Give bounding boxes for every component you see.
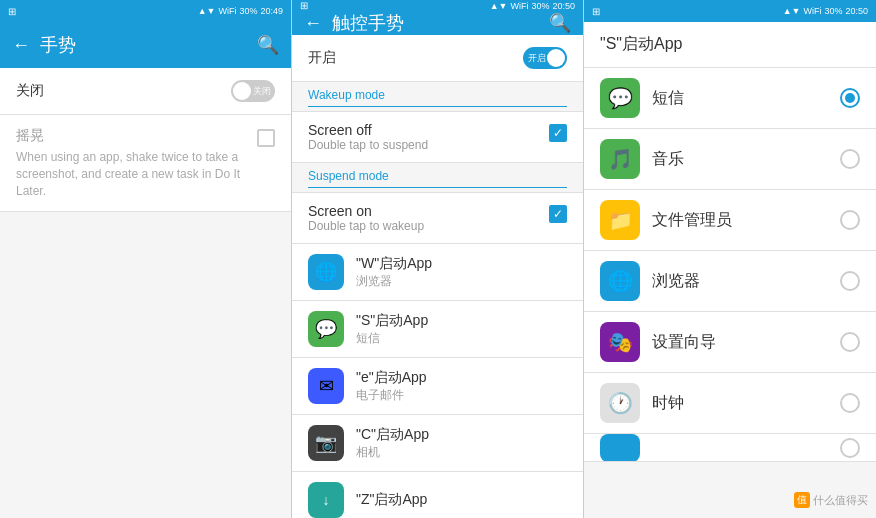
list-item-clock[interactable]: 🕐 时钟 (584, 373, 876, 434)
wifi-icon-2: WiFi (510, 1, 528, 11)
time-3: 20:50 (845, 6, 868, 16)
radio-files[interactable] (840, 210, 860, 230)
list-icon-settings-guide: 🎭 (600, 322, 640, 362)
panel-app-select: ⊞ ▲▼ WiFi 30% 20:50 "S"启动App 💬 短信 🎵 音乐 📁… (584, 0, 876, 518)
screen-on-item[interactable]: Screen on Double tap to wakeup (292, 193, 583, 244)
screen-off-title: Screen off (308, 122, 428, 138)
app-sub-c: 相机 (356, 444, 567, 461)
radio-clock[interactable] (840, 393, 860, 413)
toggle-row-2: 开启 开启 (292, 35, 583, 82)
time-2: 20:50 (552, 1, 575, 11)
toggle-on-2[interactable]: 开启 (523, 47, 567, 69)
wifi-icon-3: WiFi (803, 6, 821, 16)
list-label-settings-guide: 设置向导 (652, 332, 828, 353)
app-sub-e: 电子邮件 (356, 387, 567, 404)
list-label-files: 文件管理员 (652, 210, 828, 231)
list-label-sms: 短信 (652, 88, 828, 109)
toggle-knob-1 (233, 82, 251, 100)
battery-1: 30% (239, 6, 257, 16)
status-right-3: ▲▼ WiFi 30% 20:50 (783, 6, 868, 16)
signal-icon-1: ▲▼ (198, 6, 216, 16)
toggle-label-1: 关闭 (16, 82, 44, 100)
radio-sms[interactable] (840, 88, 860, 108)
home-icon-2: ⊞ (300, 0, 308, 11)
status-left-2: ⊞ (300, 0, 308, 11)
radio-browser[interactable] (840, 271, 860, 291)
app-icon-email: ✉ (308, 368, 344, 404)
shake-section: 摇晃 When using an app, shake twice to tak… (0, 115, 291, 212)
app-title-e: "e"启动App (356, 369, 567, 387)
app-item-e[interactable]: ✉ "e"启动App 电子邮件 (292, 358, 583, 415)
battery-2: 30% (531, 1, 549, 11)
dialog-header: "S"启动App (584, 22, 876, 68)
radio-more[interactable] (840, 438, 860, 458)
app-title-z: "Z"启动App (356, 491, 567, 509)
list-icon-sms: 💬 (600, 78, 640, 118)
toggle-label-2: 开启 (308, 49, 336, 67)
shake-text: 摇晃 When using an app, shake twice to tak… (16, 127, 249, 199)
app-item-z[interactable]: ↓ "Z"启动App (292, 472, 583, 518)
toggle-off-text: 关闭 (253, 85, 271, 98)
shake-title: 摇晃 (16, 127, 249, 145)
time-1: 20:49 (260, 6, 283, 16)
list-label-music: 音乐 (652, 149, 828, 170)
back-button-2[interactable]: ← (304, 13, 322, 34)
app-item-w[interactable]: 🌐 "W"启动App 浏览器 (292, 244, 583, 301)
screen-off-item[interactable]: Screen off Double tap to suspend (292, 112, 583, 163)
status-bar-1: ⊞ ▲▼ WiFi 30% 20:49 (0, 0, 291, 22)
header-bar-2: ← 触控手势 🔍 (292, 11, 583, 35)
app-title-c: "C"启动App (356, 426, 567, 444)
search-icon-2[interactable]: 🔍 (549, 12, 571, 34)
status-bar-3: ⊞ ▲▼ WiFi 30% 20:50 (584, 0, 876, 22)
watermark: 值 什么值得买 (794, 492, 868, 508)
status-left-1: ⊞ (8, 6, 16, 17)
toggle-knob-2 (547, 49, 565, 67)
list-item-settings-guide[interactable]: 🎭 设置向导 (584, 312, 876, 373)
radio-music[interactable] (840, 149, 860, 169)
battery-3: 30% (824, 6, 842, 16)
wakeup-mode-label: Wakeup mode (292, 82, 583, 112)
list-item-sms[interactable]: 💬 短信 (584, 68, 876, 129)
home-icon-1: ⊞ (8, 6, 16, 17)
status-right-2: ▲▼ WiFi 30% 20:50 (490, 1, 575, 11)
app-item-c[interactable]: 📷 "C"启动App 相机 (292, 415, 583, 472)
list-icon-more (600, 434, 640, 462)
shake-checkbox[interactable] (257, 129, 275, 147)
home-icon-3: ⊞ (592, 6, 600, 17)
screen-on-title: Screen on (308, 203, 424, 219)
list-icon-browser: 🌐 (600, 261, 640, 301)
toggle-off-1[interactable]: 关闭 (231, 80, 275, 102)
status-left-3: ⊞ (592, 6, 600, 17)
shake-desc: When using an app, shake twice to take a… (16, 149, 249, 199)
app-icon-z: ↓ (308, 482, 344, 518)
status-right-1: ▲▼ WiFi 30% 20:49 (198, 6, 283, 16)
list-item-music[interactable]: 🎵 音乐 (584, 129, 876, 190)
list-item-browser[interactable]: 🌐 浏览器 (584, 251, 876, 312)
radio-settings-guide[interactable] (840, 332, 860, 352)
panel-touch-gestures: ⊞ ▲▼ WiFi 30% 20:50 ← 触控手势 🔍 开启 开启 Wakeu… (292, 0, 584, 518)
signal-icon-2: ▲▼ (490, 1, 508, 11)
list-item-more[interactable] (584, 434, 876, 462)
suspend-mode-label: Suspend mode (292, 163, 583, 193)
app-icon-sms: 💬 (308, 311, 344, 347)
page-title-1: 手势 (40, 33, 247, 57)
screen-off-sub: Double tap to suspend (308, 138, 428, 152)
page-title-2: 触控手势 (332, 11, 539, 35)
app-item-s[interactable]: 💬 "S"启动App 短信 (292, 301, 583, 358)
screen-off-checkbox[interactable] (549, 124, 567, 142)
app-sub-s: 短信 (356, 330, 567, 347)
list-label-browser: 浏览器 (652, 271, 828, 292)
app-sub-w: 浏览器 (356, 273, 567, 290)
list-item-files[interactable]: 📁 文件管理员 (584, 190, 876, 251)
toggle-on-text: 开启 (528, 52, 546, 65)
dialog-title: "S"启动App (600, 34, 683, 55)
app-title-s: "S"启动App (356, 312, 567, 330)
screen-on-checkbox[interactable] (549, 205, 567, 223)
screen-on-sub: Double tap to wakeup (308, 219, 424, 233)
list-label-clock: 时钟 (652, 393, 828, 414)
search-icon-1[interactable]: 🔍 (257, 34, 279, 56)
app-icon-camera: 📷 (308, 425, 344, 461)
status-bar-2: ⊞ ▲▼ WiFi 30% 20:50 (292, 0, 583, 11)
back-button-1[interactable]: ← (12, 35, 30, 56)
panel-gestures: ⊞ ▲▼ WiFi 30% 20:49 ← 手势 🔍 关闭 关闭 摇晃 When… (0, 0, 292, 518)
